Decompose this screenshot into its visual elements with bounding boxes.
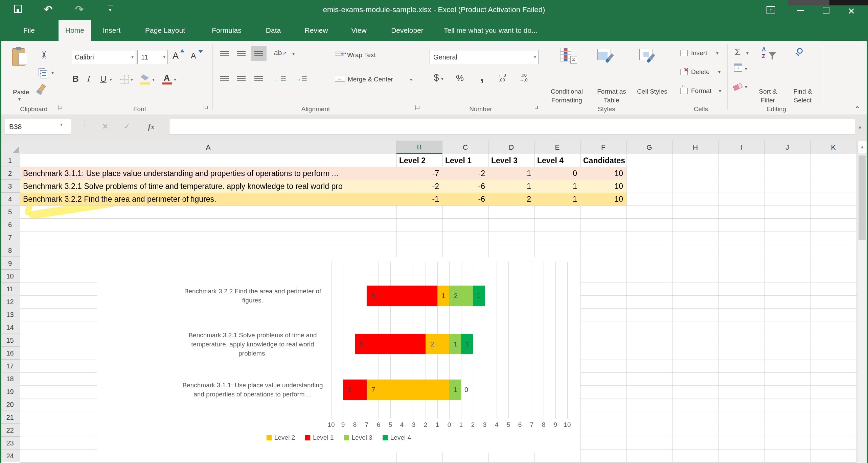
row-header-5[interactable]: 5 [0,205,20,218]
autosum-icon[interactable]: Σ [735,47,740,57]
cell-E3[interactable]: 1 [536,180,577,193]
bar-segment-level-1[interactable]: 2 [343,380,367,400]
decrease-decimal-icon[interactable]: .00→.0 [520,73,528,82]
bottom-align-icon[interactable] [254,50,263,56]
cell-B3[interactable]: -2 [398,180,439,193]
bar-segment-level-3[interactable]: 1 [449,380,461,400]
decrease-indent-icon[interactable]: ←☰ [274,75,286,83]
cell-styles-button[interactable]: Cell Styles [635,87,669,96]
merge-center-icon[interactable]: ↔ [335,75,345,82]
fill-color-dropdown[interactable] [152,76,155,82]
alignment-dialog-launcher[interactable] [415,105,420,110]
row-header-22[interactable]: 22 [0,424,20,437]
autosum-dropdown[interactable] [746,50,749,56]
row-header-15[interactable]: 15 [0,334,20,347]
column-header-J[interactable]: J [764,141,810,154]
merge-center-dropdown[interactable] [410,76,412,82]
underline-dropdown[interactable] [110,76,112,82]
row-header-9[interactable]: 9 [0,257,20,270]
insert-cells-icon[interactable] [680,50,688,56]
tab-page-layout[interactable]: Page Layout [145,20,185,41]
insert-dropdown[interactable] [716,50,718,56]
row-header-13[interactable]: 13 [0,308,20,321]
format-painter-icon[interactable] [38,84,46,93]
column-header-F[interactable]: F [580,141,626,154]
select-all-corner[interactable] [0,141,20,154]
column-header-E[interactable]: E [534,141,580,154]
increase-font-icon[interactable]: A [173,51,179,61]
italic-button[interactable]: I [87,74,90,84]
row-header-11[interactable]: 11 [0,283,20,295]
name-box-dropdown[interactable]: ▾ [60,122,63,127]
scroll-up-arrow[interactable]: ▲ [858,141,867,153]
cell-D3[interactable]: 1 [490,180,531,193]
legend-item-level-1[interactable]: Level 1 [305,434,334,441]
legend-item-level-2[interactable]: Level 2 [267,434,295,441]
number-format-combo[interactable]: General▾ [430,50,539,64]
fill-dropdown[interactable] [745,66,747,72]
formula-input[interactable] [169,119,855,135]
row-header-6[interactable]: 6 [0,218,20,231]
cell-C4[interactable]: -6 [444,193,485,205]
minimize-icon[interactable] [797,10,804,11]
cell-F2[interactable]: 10 [583,167,623,180]
formula-bar-expand-icon[interactable]: ▾ [859,124,861,131]
number-dialog-launcher[interactable] [534,105,539,110]
column-header-B[interactable]: B [396,141,442,154]
orientation-dropdown[interactable] [292,51,295,57]
collapse-ribbon-icon[interactable]: ⌃ [854,105,860,113]
format-label[interactable]: Format [691,87,711,95]
column-header-I[interactable]: I [718,141,764,154]
row-header-16[interactable]: 16 [0,347,20,360]
comma-icon[interactable]: , [480,70,484,84]
row-header-4[interactable]: 4 [0,193,20,205]
find-select-icon[interactable] [797,48,803,54]
legend-item-level-3[interactable]: Level 3 [344,434,372,441]
cell-C2[interactable]: -2 [444,167,485,180]
bar-segment-level-1[interactable]: 6 [367,286,437,306]
bar-segment-level-4[interactable]: 1 [461,334,473,354]
tell-me-box[interactable]: Tell me what you want to do... [444,20,538,41]
row-header-17[interactable]: 17 [0,360,20,372]
increase-decimal-icon[interactable]: ←.0.00 [498,73,506,82]
column-header-G[interactable]: G [626,141,672,154]
borders-dropdown[interactable] [131,76,133,82]
bold-button[interactable]: B [72,74,79,84]
increase-indent-icon[interactable]: →☰ [295,75,307,83]
insert-label[interactable]: Insert [691,49,707,57]
align-left-icon[interactable] [220,75,229,81]
wrap-text-label[interactable]: Wrap Text [347,51,376,59]
row-header-1[interactable]: 1 [0,154,20,167]
find-select-button[interactable]: Find & Select [785,87,821,105]
conditional-formatting-icon[interactable] [560,48,572,62]
decrease-font-icon[interactable]: A [191,51,196,60]
currency-dropdown[interactable] [441,76,443,82]
tab-file[interactable]: File [23,20,35,41]
font-size-combo[interactable]: 11▾ [137,50,168,64]
vertical-scrollbar[interactable]: ▲ [857,141,867,463]
cell-D4[interactable]: 2 [490,193,531,205]
column-header-A[interactable]: A [20,141,396,154]
percent-icon[interactable]: % [456,73,464,83]
tab-data[interactable]: Data [266,20,281,41]
format-cells-icon[interactable] [680,88,688,94]
orientation-icon[interactable]: ab↗ [274,49,287,57]
top-align-icon[interactable] [220,50,229,56]
merge-center-label[interactable]: Merge & Center [348,76,393,83]
paste-icon[interactable] [12,47,28,67]
row-header-20[interactable]: 20 [0,398,20,411]
tab-home[interactable]: Home [65,20,84,41]
cell-A3[interactable]: Benchmark 3.2.1 Solve problems of time a… [23,180,396,193]
embedded-bar-chart[interactable]: 10987654321012345678910Benchmark 3.2.2 F… [97,257,580,453]
fill-icon[interactable]: ↓ [734,64,742,72]
currency-icon[interactable]: $ [434,72,439,83]
cell-D2[interactable]: 1 [490,167,531,180]
cell-B4[interactable]: -1 [398,193,439,205]
column-header-K[interactable]: K [810,141,856,154]
bar-segment-level-1[interactable]: 6 [355,334,426,354]
scrollbar-thumb[interactable] [859,155,866,240]
bar-segment-level-2[interactable]: 2 [426,334,449,354]
cell-F4[interactable]: 10 [583,193,623,205]
column-header-H[interactable]: H [672,141,718,154]
row-header-19[interactable]: 19 [0,385,20,398]
